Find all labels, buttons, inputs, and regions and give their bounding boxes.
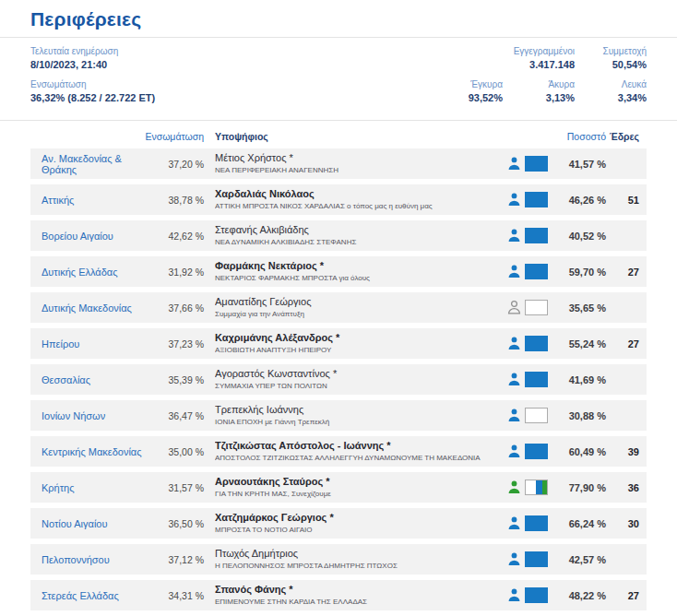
- person-icon: [506, 192, 522, 207]
- integration-label: Ενσωμάτωση: [30, 78, 155, 91]
- candidate-name: Τρεπεκλής Ιωάννης: [215, 404, 506, 416]
- party-color-box: [525, 372, 548, 387]
- region-link[interactable]: Στερεάς Ελλάδας: [42, 590, 119, 601]
- region-link[interactable]: Δυτικής Μακεδονίας: [42, 302, 132, 314]
- party-support-icon[interactable]: [506, 264, 551, 279]
- party-color-box: [525, 444, 548, 459]
- stat-registered: Εγγεγραμμένοι 3.417.148: [514, 45, 575, 72]
- candidate-cell: Αρναουτάκης Σταύρος * ΓΙΑ ΤΗΝ ΚΡΗΤΗ ΜΑΣ,…: [215, 476, 506, 499]
- candidate-name: Καχριμάνης Αλέξανδρος *: [215, 332, 506, 344]
- person-icon: [506, 156, 522, 172]
- region-link[interactable]: Ηπείρου: [42, 338, 79, 349]
- region-link[interactable]: Δυτικής Ελλάδας: [42, 267, 117, 278]
- party-support-icon[interactable]: [506, 408, 551, 423]
- party-support-icon[interactable]: [506, 156, 551, 172]
- region-cell: Ηπείρου: [42, 338, 158, 349]
- party-label: ΑΞΙΟΒΙΩΤΗ ΑΝΑΠΤΥΞΗ ΗΠΕΙΡΟΥ: [215, 345, 506, 355]
- candidate-cell: Σπανός Φάνης * ΕΠΙΜΕΝΟΥΜΕ ΣΤΗΝ ΚΑΡΔΙΑ ΤΗ…: [215, 584, 506, 607]
- party-support-icon[interactable]: [506, 372, 551, 387]
- party-support-icon[interactable]: [506, 587, 551, 603]
- table-row: Στερεάς Ελλάδας 34,31 % Σπανός Φάνης * Ε…: [30, 580, 647, 610]
- integration-value: 35,00 %: [158, 446, 204, 457]
- party-support-icon[interactable]: [506, 444, 551, 459]
- party-label: ΕΠΙΜΕΝΟΥΜΕ ΣΤΗΝ ΚΑΡΔΙΑ ΤΗΣ ΕΛΛΑΔΑΣ: [215, 597, 506, 607]
- table-row: Θεσσαλίας 35,39 % Αγοραστός Κωνσταντίνος…: [30, 364, 647, 395]
- party-color-box: [525, 336, 548, 351]
- party-label: ΝΕΚΤΑΡΙΟΣ ΦΑΡΜΑΚΗΣ ΜΠΡΟΣΤΑ για όλους: [215, 273, 506, 283]
- percent-value: 66,24 %: [551, 518, 606, 529]
- stat-integration: Ενσωμάτωση 36,32% (8.252 / 22.722 ΕΤ): [30, 78, 155, 105]
- person-icon: [506, 480, 522, 495]
- candidate-cell: Φαρμάκης Νεκτάριος * ΝΕΚΤΑΡΙΟΣ ΦΑΡΜΑΚΗΣ …: [215, 260, 506, 283]
- person-icon: [506, 300, 522, 315]
- party-support-icon[interactable]: [506, 515, 551, 531]
- registered-value: 3.417.148: [514, 58, 575, 72]
- person-icon: [506, 228, 522, 243]
- region-link[interactable]: Ιονίων Νήσων: [42, 410, 105, 421]
- region-cell: Πελοποννήσου: [42, 554, 158, 565]
- party-support-icon[interactable]: [506, 480, 551, 495]
- turnout-value: 50,54%: [599, 58, 647, 72]
- stat-turnout: Συμμετοχή 50,54%: [599, 45, 647, 72]
- party-support-icon[interactable]: [506, 551, 551, 567]
- candidate-name: Σπανός Φάνης *: [215, 584, 506, 596]
- summary-stats: Τελευταία ενημέρωση 8/10/2023, 21:40 Ενσ…: [0, 38, 677, 120]
- party-support-icon[interactable]: [506, 300, 551, 315]
- candidate-name: Αγοραστός Κωνσταντίνος *: [215, 368, 506, 380]
- table-row: Δυτικής Μακεδονίας 37,66 % Αμανατίδης Γε…: [30, 292, 647, 323]
- party-color-box: [525, 587, 548, 603]
- candidate-cell: Μέτιος Χρήστος * ΝΕΑ ΠΕΡΙΦΕΡΕΙΑΚΗ ΑΝΑΓΕΝ…: [215, 152, 506, 175]
- region-link[interactable]: Κρήτης: [42, 482, 74, 493]
- party-label: ΙΟΝΙΑ ΕΠΟΧΗ με Γιάννη Τρεπεκλή: [215, 417, 506, 427]
- seats-value: 36: [606, 482, 639, 493]
- candidate-cell: Τρεπεκλής Ιωάννης ΙΟΝΙΑ ΕΠΟΧΗ με Γιάννη …: [215, 404, 506, 427]
- candidate-name: Αμανατίδης Γεώργιος: [215, 296, 506, 308]
- seats-value: 51: [606, 195, 639, 206]
- column-header-seats: Έδρες: [606, 131, 639, 142]
- region-cell: Κεντρικής Μακεδονίας: [42, 446, 158, 457]
- party-support-icon[interactable]: [506, 228, 551, 243]
- party-label: ΣΥΜΜΑΧΙΑ ΥΠΕΡ ΤΩΝ ΠΟΛΙΤΩΝ: [215, 381, 506, 391]
- region-cell: Αν. Μακεδονίας & Θράκης: [42, 153, 158, 175]
- table-row: Αττικής 38,78 % Χαρδαλιάς Νικόλαος ΑΤΤΙΚ…: [30, 184, 647, 215]
- party-support-icon[interactable]: [506, 336, 551, 351]
- person-icon: [506, 587, 522, 603]
- table-row: Βορείου Αιγαίου 42,62 % Στεφανής Αλκιβιά…: [30, 220, 647, 251]
- person-icon: [506, 264, 522, 279]
- integration-value: 31,92 %: [158, 267, 204, 278]
- region-cell: Κρήτης: [42, 482, 158, 493]
- party-color-box: [525, 300, 548, 315]
- region-link[interactable]: Αν. Μακεδονίας & Θράκης: [42, 153, 122, 175]
- region-link[interactable]: Πελοποννήσου: [42, 554, 110, 565]
- person-icon: [506, 444, 522, 459]
- candidate-name: Αρναουτάκης Σταύρος *: [215, 476, 506, 488]
- integration-value: 42,62 %: [158, 231, 204, 242]
- candidate-cell: Αμανατίδης Γεώργιος Συμμαχία για την Ανά…: [215, 296, 506, 319]
- stat-row-top: Εγγεγραμμένοι 3.417.148 Συμμετοχή 50,54%: [514, 45, 647, 72]
- table-row: Αν. Μακεδονίας & Θράκης 37,20 % Μέτιος Χ…: [30, 148, 647, 179]
- party-support-icon[interactable]: [506, 192, 551, 207]
- region-link[interactable]: Θεσσαλίας: [42, 374, 90, 385]
- candidate-cell: Χατζημάρκος Γεώργιος * ΜΠΡΟΣΤΑ ΤΟ ΝΟΤΙΟ …: [215, 512, 506, 535]
- party-label: ΝΕΑ ΔΥΝΑΜΙΚΗ ΑΛΚΙΒΙΑΔΗΣ ΣΤΕΦΑΝΗΣ: [215, 237, 506, 247]
- blank-value: 3,34%: [599, 91, 647, 105]
- person-icon: [506, 515, 522, 531]
- party-color-box: [525, 551, 548, 567]
- candidate-cell: Αγοραστός Κωνσταντίνος * ΣΥΜΜΑΧΙΑ ΥΠΕΡ Τ…: [215, 368, 506, 391]
- table-header: Ενσωμάτωση Υποψήφιος Ποσοστό Έδρες: [30, 121, 647, 148]
- region-link[interactable]: Νοτίου Αιγαίου: [42, 518, 108, 529]
- integration-value: 35,39 %: [158, 374, 204, 385]
- region-link[interactable]: Κεντρικής Μακεδονίας: [42, 446, 142, 457]
- stat-invalid: Άκυρα 3,13%: [527, 78, 575, 105]
- integration-value: 31,57 %: [158, 482, 204, 493]
- person-icon: [506, 551, 522, 567]
- seats-value: 27: [606, 338, 639, 349]
- integration-value: 37,23 %: [158, 338, 204, 349]
- candidate-name: Χαρδαλιάς Νικόλαος: [215, 188, 506, 200]
- valid-value: 93,52%: [455, 91, 503, 105]
- region-link[interactable]: Αττικής: [42, 195, 74, 206]
- region-link[interactable]: Βορείου Αιγαίου: [42, 231, 113, 242]
- last-update-value: 8/10/2023, 21:40: [30, 58, 155, 72]
- integration-value: 36,50 %: [158, 518, 204, 529]
- table-row: Κρήτης 31,57 % Αρναουτάκης Σταύρος * ΓΙΑ…: [30, 472, 647, 503]
